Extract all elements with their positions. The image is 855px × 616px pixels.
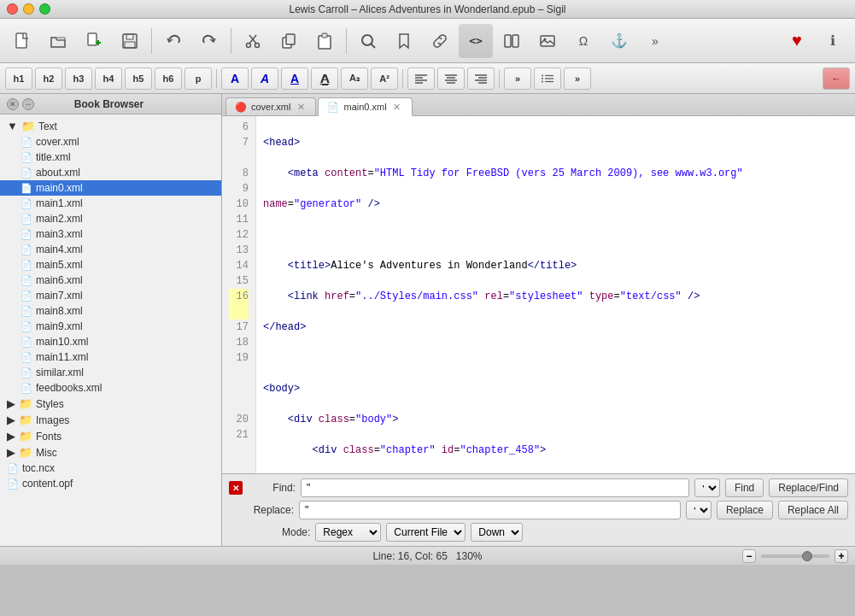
open-file-button[interactable] — [41, 24, 75, 58]
zoom-level: 130% — [456, 550, 483, 562]
file-label: main1.xml — [36, 197, 83, 209]
file-main1-xml[interactable]: 📄 main1.xml — [0, 196, 221, 211]
list-button[interactable] — [534, 67, 561, 90]
sidebar-header: ✕ ↔ Book Browser — [0, 94, 221, 114]
code-content[interactable]: <head> <meta content="HTML Tidy for Free… — [256, 116, 855, 473]
file-main2-xml[interactable]: 📄 main2.xml — [0, 211, 221, 226]
zoom-slider[interactable] — [761, 554, 829, 558]
file-main7-xml[interactable]: 📄 main7.xml — [0, 288, 221, 303]
find-input[interactable] — [301, 478, 689, 497]
underline-button[interactable]: A — [281, 67, 308, 90]
tab-cover-xml[interactable]: 🔴 cover.xml ✕ — [225, 97, 316, 115]
superscript-button[interactable]: A² — [371, 67, 398, 90]
align-left-button[interactable] — [407, 67, 435, 90]
file-about-xml[interactable]: 📄 about.xml — [0, 165, 221, 180]
heading2-button[interactable]: h2 — [35, 67, 62, 90]
minimize-window-button[interactable] — [23, 3, 34, 15]
bold-button[interactable]: A — [221, 67, 249, 90]
heading4-button[interactable]: h4 — [95, 67, 122, 90]
redo-button[interactable] — [192, 24, 226, 58]
replace-button[interactable]: Replace — [717, 501, 773, 519]
info-button[interactable]: ℹ — [816, 24, 850, 58]
heading3-button[interactable]: h3 — [65, 67, 92, 90]
find-button[interactable] — [351, 24, 385, 58]
file-label: toc.ncx — [22, 462, 55, 474]
replace-input[interactable] — [299, 501, 681, 519]
more-toolbar-button[interactable]: » — [638, 24, 672, 58]
file-main4-xml[interactable]: 📄 main4.xml — [0, 242, 221, 257]
replace-find-button[interactable]: Replace/Find — [769, 478, 848, 497]
images-folder[interactable]: ▶ 📁 Images — [0, 412, 221, 428]
line-num — [229, 458, 249, 473]
file-main5-xml[interactable]: 📄 main5.xml — [0, 257, 221, 273]
file-title-xml[interactable]: 📄 title.xml — [0, 150, 221, 165]
code-view-button[interactable]: <> — [459, 24, 493, 58]
maximize-window-button[interactable] — [39, 3, 50, 15]
split-view-button[interactable] — [495, 24, 529, 58]
direction-select[interactable]: Up Down — [471, 523, 523, 542]
file-toc-ncx[interactable]: 📄 toc.ncx — [0, 461, 221, 476]
heart-button[interactable]: ♥ — [780, 24, 814, 58]
undo-button[interactable] — [156, 24, 190, 58]
styles-folder[interactable]: ▶ 📁 Styles — [0, 396, 221, 412]
file-main0-xml[interactable]: 📄 main0.xml — [0, 180, 221, 196]
file-main10-xml[interactable]: 📄 main10.xml — [0, 334, 221, 349]
more-format2-button[interactable]: » — [564, 67, 591, 90]
paste-button[interactable] — [307, 24, 342, 58]
bookmark-button[interactable] — [387, 24, 421, 58]
heading5-button[interactable]: h5 — [125, 67, 152, 90]
strikethrough-button[interactable]: A̲ — [311, 67, 338, 90]
replace-dropdown[interactable]: ▼ — [686, 501, 712, 519]
titlebar: Lewis Carroll – Alices Adventures in Won… — [0, 0, 855, 19]
file-similar-xml[interactable]: 📄 similar.xml — [0, 365, 221, 380]
subscript-button[interactable]: A₂ — [341, 67, 368, 90]
file-content-opf[interactable]: 📄 content.opf — [0, 476, 221, 491]
tab-close-button[interactable]: ✕ — [391, 101, 403, 113]
sidebar-expand-button[interactable]: ↔ — [22, 98, 34, 110]
file-main6-xml[interactable]: 📄 main6.xml — [0, 273, 221, 288]
mode-select[interactable]: Normal Regex Wildcard — [315, 523, 381, 542]
align-right-button[interactable] — [467, 67, 495, 90]
replace-all-button[interactable]: Replace All — [778, 501, 848, 519]
cut-button[interactable] — [236, 24, 270, 58]
tab-main0-xml[interactable]: 📄 main0.xml ✕ — [318, 97, 412, 116]
more-format-button[interactable]: » — [504, 67, 531, 90]
file-feedbooks-xml[interactable]: 📄 feedbooks.xml — [0, 380, 221, 396]
text-folder[interactable]: ▼ 📁 Text — [0, 118, 221, 134]
line-num: 18 — [229, 335, 249, 350]
copy-button[interactable] — [272, 24, 306, 58]
tab-close-button[interactable]: ✕ — [295, 101, 307, 113]
file-main9-xml[interactable]: 📄 main9.xml — [0, 319, 221, 334]
file-main8-xml[interactable]: 📄 main8.xml — [0, 303, 221, 319]
find-replace-close-button[interactable]: ✕ — [229, 481, 243, 495]
find-dropdown[interactable]: ▼ — [694, 478, 720, 497]
misc-folder[interactable]: ▶ 📁 Misc — [0, 444, 221, 461]
new-file-button[interactable] — [5, 24, 39, 58]
back-button[interactable]: ← — [823, 67, 850, 90]
zoom-out-button[interactable]: − — [742, 549, 756, 563]
close-window-button[interactable] — [7, 3, 18, 15]
special-char-button[interactable]: Ω — [566, 24, 600, 58]
scope-select[interactable]: Current File All Files — [386, 523, 466, 542]
code-editor[interactable]: 6 7 8 9 10 11 12 13 14 15 16 17 18 19 — [222, 116, 855, 473]
file-icon: 📄 — [20, 167, 32, 179]
find-button[interactable]: Find — [725, 478, 764, 497]
anchor-button[interactable]: ⚓ — [602, 24, 636, 58]
fonts-folder[interactable]: ▶ 📁 Fonts — [0, 428, 221, 444]
heading6-button[interactable]: h6 — [155, 67, 182, 90]
file-main11-xml[interactable]: 📄 main11.xml — [0, 349, 221, 365]
heading1-button[interactable]: h1 — [5, 67, 32, 90]
image-button[interactable] — [530, 24, 565, 58]
file-main3-xml[interactable]: 📄 main3.xml — [0, 226, 221, 242]
add-file-button[interactable] — [77, 24, 111, 58]
sidebar-close-button[interactable]: ✕ — [7, 98, 19, 110]
svg-point-34 — [542, 74, 543, 76]
save-button[interactable] — [113, 24, 147, 58]
zoom-in-button[interactable]: + — [835, 549, 848, 563]
link-button[interactable] — [423, 24, 457, 58]
italic-button[interactable]: A — [251, 67, 278, 90]
paragraph-button[interactable]: p — [184, 67, 212, 90]
svg-rect-0 — [16, 33, 26, 48]
file-cover-xml[interactable]: 📄 cover.xml — [0, 134, 221, 150]
align-center-button[interactable] — [437, 67, 465, 90]
